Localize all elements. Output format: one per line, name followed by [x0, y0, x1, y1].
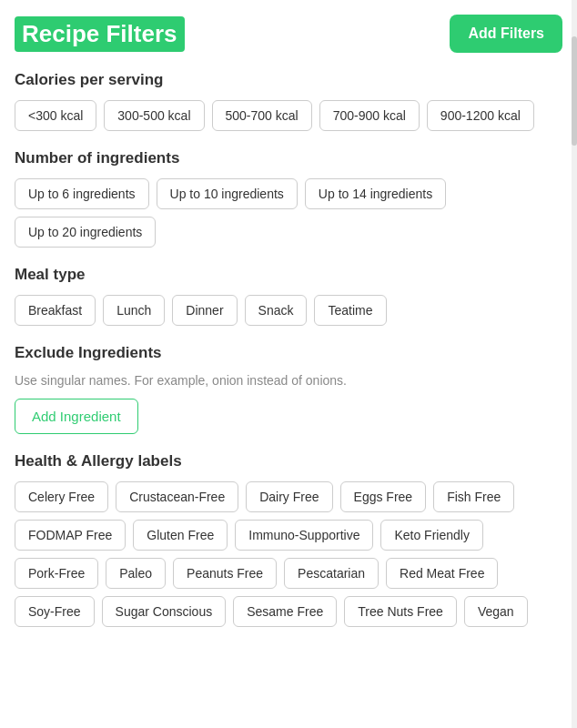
scrollbar[interactable]	[572, 0, 577, 728]
chip-vegan[interactable]: Vegan	[464, 596, 528, 627]
chip-pescatarian[interactable]: Pescatarian	[284, 558, 379, 589]
meal-type-chips: BreakfastLunchDinnerSnackTeatime	[15, 295, 562, 326]
chip-celery-free[interactable]: Celery Free	[15, 481, 108, 512]
chip-up-to-14-ingredients[interactable]: Up to 14 ingredients	[305, 178, 446, 209]
chip-lunch[interactable]: Lunch	[103, 295, 165, 326]
chip-sesame-free[interactable]: Sesame Free	[233, 596, 337, 627]
calories-section: Calories per serving <300 kcal300-500 kc…	[15, 71, 562, 131]
add-ingredient-button[interactable]: Add Ingredient	[15, 399, 138, 434]
chip-dairy-free[interactable]: Dairy Free	[246, 481, 332, 512]
chip-900-1200-kcal[interactable]: 900-1200 kcal	[427, 100, 534, 131]
chip-up-to-10-ingredients[interactable]: Up to 10 ingredients	[157, 178, 298, 209]
chip-red-meat-free[interactable]: Red Meat Free	[386, 558, 498, 589]
chip-700-900-kcal[interactable]: 700-900 kcal	[319, 100, 420, 131]
chip-paleo[interactable]: Paleo	[106, 558, 166, 589]
chip-up-to-20-ingredients[interactable]: Up to 20 ingredients	[15, 217, 156, 248]
calories-section-title: Calories per serving	[15, 71, 562, 89]
chip-immuno-supportive[interactable]: Immuno-Supportive	[235, 520, 373, 551]
chip-crustacean-free[interactable]: Crustacean-Free	[116, 481, 238, 512]
health-chips: Celery FreeCrustacean-FreeDairy FreeEggs…	[15, 481, 562, 627]
chip-sugar-conscious[interactable]: Sugar Conscious	[102, 596, 227, 627]
health-section: Health & Allergy labels Celery FreeCrust…	[15, 452, 562, 627]
calories-chips: <300 kcal300-500 kcal500-700 kcal700-900…	[15, 100, 562, 131]
exclude-subtitle: Use singular names. For example, onion i…	[15, 373, 562, 388]
exclude-section-title: Exclude Ingredients	[15, 344, 562, 362]
chip-fodmap-free[interactable]: FODMAP Free	[15, 520, 126, 551]
chip-breakfast[interactable]: Breakfast	[15, 295, 96, 326]
chip-<300-kcal[interactable]: <300 kcal	[15, 100, 96, 131]
ingredients-section: Number of ingredients Up to 6 ingredient…	[15, 149, 562, 248]
ingredients-section-title: Number of ingredients	[15, 149, 562, 167]
exclude-section: Exclude Ingredients Use singular names. …	[15, 344, 562, 434]
scrollbar-thumb[interactable]	[572, 36, 577, 146]
chip-keto-friendly[interactable]: Keto Friendly	[380, 520, 482, 551]
chip-dinner[interactable]: Dinner	[172, 295, 237, 326]
meal-type-section-title: Meal type	[15, 266, 562, 284]
chip-soy-free[interactable]: Soy-Free	[15, 596, 95, 627]
chip-tree-nuts-free[interactable]: Tree Nuts Free	[344, 596, 457, 627]
header: Recipe Filters Add Filters	[15, 15, 562, 53]
chip-snack[interactable]: Snack	[245, 295, 308, 326]
chip-peanuts-free[interactable]: Peanuts Free	[173, 558, 277, 589]
chip-gluten-free[interactable]: Gluten Free	[133, 520, 228, 551]
health-section-title: Health & Allergy labels	[15, 452, 562, 470]
chip-500-700-kcal[interactable]: 500-700 kcal	[212, 100, 312, 131]
meal-type-section: Meal type BreakfastLunchDinnerSnackTeati…	[15, 266, 562, 326]
chip-eggs-free[interactable]: Eggs Free	[340, 481, 427, 512]
chip-up-to-6-ingredients[interactable]: Up to 6 ingredients	[15, 178, 149, 209]
chip-300-500-kcal[interactable]: 300-500 kcal	[104, 100, 204, 131]
chip-pork-free[interactable]: Pork-Free	[15, 558, 98, 589]
chip-fish-free[interactable]: Fish Free	[433, 481, 514, 512]
chip-teatime[interactable]: Teatime	[314, 295, 386, 326]
ingredients-chips: Up to 6 ingredientsUp to 10 ingredientsU…	[15, 178, 562, 248]
page-title: Recipe Filters	[15, 16, 185, 52]
add-filters-button[interactable]: Add Filters	[450, 15, 562, 53]
